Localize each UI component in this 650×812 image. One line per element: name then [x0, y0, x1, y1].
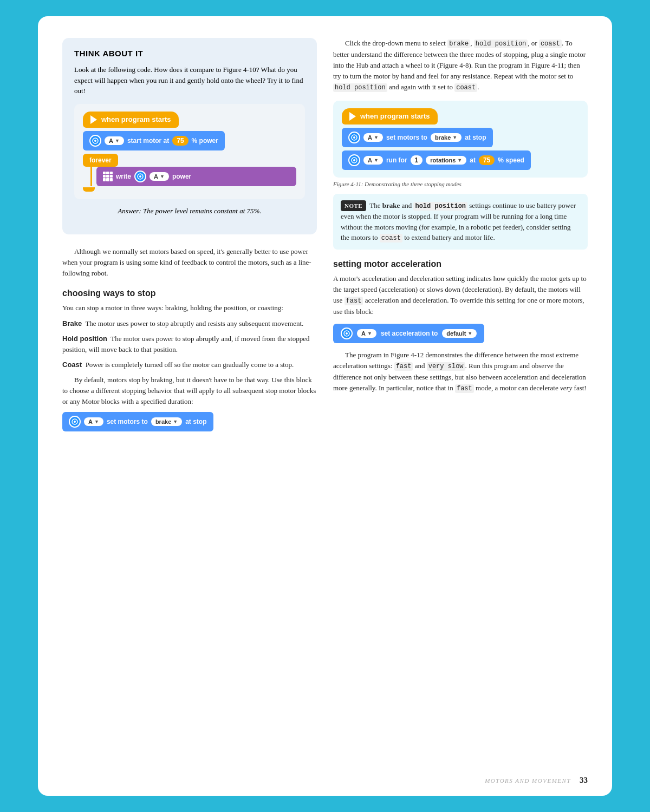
motor-icon-accel	[341, 328, 353, 339]
forever-container: forever write	[83, 154, 296, 192]
set-accel-label: set acceleration to	[381, 330, 438, 337]
at-stop-label: at stop	[185, 418, 206, 425]
accel-dropdown[interactable]: default ▼	[442, 329, 477, 338]
set-motors-label: set motors to	[107, 418, 148, 425]
footer-title: MOTORS AND MOVEMENT	[485, 777, 571, 784]
accel-body2: The program in Figure 4-12 demonstrates …	[333, 350, 588, 394]
start-motor-label: start motor at	[127, 137, 169, 145]
default-stop-body: By default, motors stop by braking, but …	[62, 375, 317, 407]
section-choosing-heading: choosing ways to stop	[62, 289, 317, 298]
dropdown-arrow-accel: ▼	[367, 331, 372, 336]
motor-a-dropdown-2[interactable]: A ▼	[150, 172, 169, 181]
coast-term: Coast	[62, 361, 82, 369]
set-motors-fig11: set motors to	[386, 134, 427, 141]
right-intro: Click the drop-down menu to select brake…	[333, 38, 588, 93]
svg-point-1	[94, 140, 96, 142]
figure-4-11-caption: Figure 4-11: Demonstrating the three sto…	[333, 181, 588, 187]
brake-desc-text: The motor uses power to stop abruptly an…	[85, 319, 303, 328]
svg-point-5	[74, 421, 76, 423]
write-block: write A ▼ power	[96, 167, 296, 186]
svg-point-11	[346, 332, 348, 335]
section-accel-heading: setting motor acceleration	[333, 259, 588, 269]
brake-dropdown[interactable]: brake ▼	[151, 417, 182, 426]
svg-point-9	[353, 159, 355, 161]
motor-icon-3	[69, 416, 81, 428]
coast-desc-text: Power is completely turned off so the mo…	[86, 361, 294, 369]
write-label: write	[116, 173, 131, 180]
dropdown-arrow: ▼	[115, 138, 120, 143]
accel-block: A ▼ set acceleration to default ▼	[333, 324, 484, 343]
rotations-value[interactable]: 1	[411, 155, 423, 165]
code-area-left: when program starts A ▼ start motor at 7…	[74, 104, 305, 199]
at-stop-fig11: at stop	[465, 134, 486, 141]
set-motors-brake-block-left: A ▼ set motors to brake ▼ at stop	[62, 412, 213, 431]
hold-desc: Hold position The motor uses power to st…	[62, 333, 317, 355]
brake-arrow-fig11: ▼	[452, 135, 457, 140]
think-heading: THINK ABOUT IT	[74, 49, 305, 58]
at-label: at	[470, 156, 476, 164]
hat-label-left: when program starts	[101, 115, 171, 123]
right-column: Click the drop-down menu to select brake…	[333, 38, 588, 769]
speed-value[interactable]: 75	[479, 155, 495, 165]
forever-indent: write A ▼ power	[90, 167, 296, 186]
motor-a-fig11-1[interactable]: A ▼	[363, 133, 383, 142]
motor-icon-fig11-1	[348, 132, 360, 143]
motor-a-fig11-2[interactable]: A ▼	[363, 156, 383, 165]
note-box: NOTEThe brake and hold position settings…	[333, 194, 588, 250]
play-icon	[90, 115, 97, 124]
dropdown-arrow-2: ▼	[160, 174, 165, 179]
answer-text: Answer: The power level remains constant…	[74, 206, 305, 217]
accel-block-area: A ▼ set acceleration to default ▼	[333, 324, 588, 343]
page-container: THINK ABOUT IT Look at the following cod…	[38, 16, 612, 796]
hat-label-right: when program starts	[360, 112, 430, 120]
motor-a-accel[interactable]: A ▼	[357, 329, 376, 338]
page-footer: MOTORS AND MOVEMENT 33	[485, 776, 588, 785]
think-about-it-box: THINK ABOUT IT Look at the following cod…	[62, 38, 317, 234]
left-column: THINK ABOUT IT Look at the following cod…	[62, 38, 317, 769]
motor-a-dropdown-1[interactable]: A ▼	[105, 136, 124, 145]
svg-point-3	[139, 175, 141, 178]
motor-icon-2	[134, 171, 146, 182]
note-text: The brake and hold position settings con…	[341, 201, 576, 242]
choosing-intro: You can stop a motor in three ways: brak…	[62, 303, 317, 313]
note-label: NOTE	[341, 200, 366, 212]
set-motors-brake-block-fig11: A ▼ set motors to brake ▼ at stop	[342, 128, 493, 147]
think-body: Look at the following code. How does it …	[74, 64, 305, 96]
motor-icon-1	[89, 135, 101, 147]
hat-block-right: when program starts	[342, 108, 438, 125]
forever-block: forever	[83, 154, 118, 167]
hat-block-left: when program starts	[83, 112, 179, 128]
figure-4-11: when program starts A ▼ set motors to br…	[333, 101, 588, 178]
speed-unit: % speed	[498, 156, 524, 164]
rotations-dropdown[interactable]: rotations ▼	[426, 156, 466, 165]
dropdown-arrow-3: ▼	[94, 419, 99, 424]
dropdown-arrow-fig11-1: ▼	[374, 135, 379, 140]
brake-desc: Brake The motor uses power to stop abrup…	[62, 318, 317, 329]
unit-label: % power	[192, 137, 218, 145]
page-number: 33	[580, 776, 588, 785]
hold-term: Hold position	[62, 335, 107, 343]
forever-bottom	[83, 187, 95, 192]
rotations-arrow: ▼	[457, 158, 462, 163]
start-motor-block: A ▼ start motor at 75 % power	[83, 131, 225, 150]
svg-point-7	[353, 136, 355, 139]
motor-a-dropdown-3[interactable]: A ▼	[84, 417, 103, 426]
power-label: power	[172, 173, 191, 180]
dropdown-arrow-fig11-2: ▼	[374, 158, 379, 163]
run-for-label: run for	[386, 156, 407, 164]
accel-dropdown-arrow: ▼	[467, 331, 472, 336]
brake-dropdown-arrow: ▼	[173, 419, 178, 424]
play-icon-right	[349, 112, 356, 121]
accel-body1: A motor's acceleration and deceleration …	[333, 273, 588, 317]
brake-fig11[interactable]: brake ▼	[431, 133, 461, 142]
grid-icon	[103, 172, 113, 181]
brake-term: Brake	[62, 319, 82, 328]
motor-icon-fig11-2	[348, 154, 360, 166]
coast-desc: Coast Power is completely turned off so …	[62, 359, 317, 370]
body-after-think: Although we normally set motors based on…	[62, 246, 317, 279]
power-value[interactable]: 75	[172, 136, 188, 146]
run-for-block-fig11: A ▼ run for 1 rotations ▼ at 75 % speed	[342, 150, 531, 170]
